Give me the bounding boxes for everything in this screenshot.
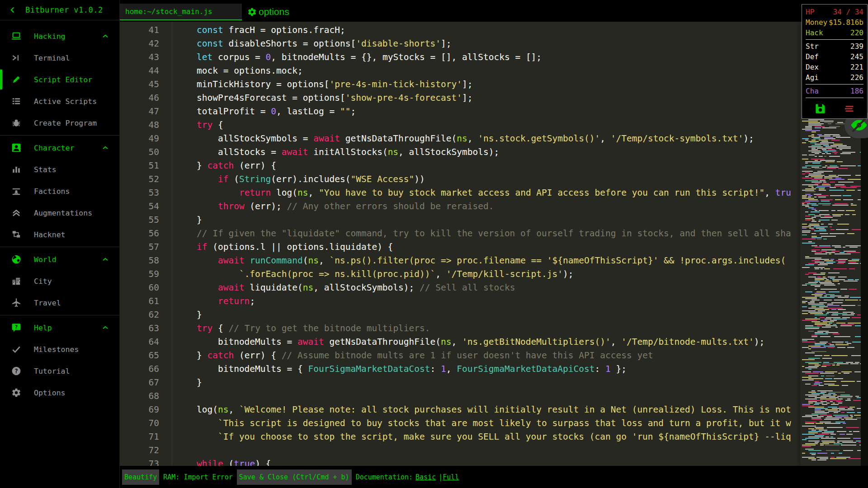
documentation-basic-link[interactable]: Basic [415, 473, 436, 481]
code-token: try [197, 323, 212, 333]
sidebar-section-help[interactable]: ? Help [0, 317, 119, 338]
minimap-line [800, 366, 861, 367]
minimap-line [800, 222, 861, 223]
chevron-up-icon [101, 32, 109, 40]
save-floppy-icon[interactable] [814, 103, 826, 115]
code-editor[interactable]: 41 const fracH = options.fracH;42 const … [120, 22, 868, 466]
code-token: ); [743, 133, 754, 144]
sidebar-item-script-editor[interactable]: Script Editor [0, 69, 119, 90]
minimap-line [800, 149, 861, 150]
code-token: `ns.ps().filter(proc => proc.filename ==… [330, 255, 786, 266]
minimap-line [800, 266, 861, 267]
sidebar-item-travel[interactable]: Travel [0, 292, 119, 314]
terminal-icon [11, 53, 21, 63]
code-token: } [175, 160, 207, 171]
minimap-line [800, 163, 861, 164]
code-line: 65 } catch (err) { // Assume bitnode mul… [120, 349, 800, 362]
sidebar-item-options[interactable]: Options [0, 382, 119, 404]
code-token: catch [207, 160, 234, 171]
minimap-line [800, 175, 861, 176]
code-token: ); [563, 269, 573, 279]
code-line: 53 return log(ns, "You have to buy stock… [120, 186, 800, 200]
agi-label: Agi [806, 72, 819, 83]
minimap-line [800, 228, 861, 229]
open-file-tab[interactable]: home:~/stock_main.js [120, 4, 242, 20]
divider [806, 98, 863, 98]
hp-value: 34 / 34 [833, 7, 863, 17]
code-token: liquidate( [245, 282, 303, 293]
sidebar-item-stats[interactable]: Stats [0, 159, 119, 180]
sidebar-item-hacknet[interactable]: Hacknet [0, 224, 119, 245]
minimap-line [800, 405, 861, 406]
documentation-full-link[interactable]: Full [443, 473, 459, 481]
hack-value: 220 [850, 28, 863, 38]
minimap-line [800, 316, 861, 317]
line-number: 49 [120, 132, 159, 145]
sidebar-section-character[interactable]: Character [0, 137, 119, 159]
sidebar-item-label: Stats [34, 165, 57, 174]
cha-label: Cha [806, 86, 819, 96]
beautify-button[interactable]: Beautify [122, 469, 159, 485]
sidebar-section-hacking[interactable]: Hacking [0, 25, 119, 47]
line-number: 69 [120, 403, 159, 417]
minimap-line [800, 187, 861, 188]
minimap-line [800, 409, 861, 410]
collapse-sidebar-button[interactable] [0, 6, 25, 14]
code-token: await [218, 255, 245, 266]
code-token: await [313, 133, 340, 144]
line-number: 73 [120, 457, 159, 466]
minimap-line [800, 390, 861, 391]
code-line: 69 log(ns, `Welcome! Please note: all st… [120, 403, 800, 417]
minimap-line [800, 179, 861, 180]
code-token: runCommand [250, 255, 302, 266]
code-line: 60 await liquidate(ns, allStockSymbols);… [120, 281, 800, 295]
editor-options-button[interactable]: options [247, 4, 289, 19]
minimap-line [800, 320, 861, 321]
sidebar-item-tutorial[interactable]: ? Tutorial [0, 360, 119, 382]
minimap-line [800, 293, 861, 294]
sidebar-section-world[interactable]: World [0, 249, 119, 270]
sidebar-item-city[interactable]: City [0, 270, 119, 292]
code-token [175, 120, 197, 130]
sidebar-item-active-scripts[interactable]: Active Scripts [0, 90, 119, 112]
minimap-line [800, 430, 861, 431]
line-number: 42 [120, 37, 159, 51]
minimap-line [800, 447, 861, 448]
code-token: : [595, 364, 605, 374]
minimap-line [800, 328, 861, 329]
code-token: 0 [271, 106, 276, 117]
code-token: ns [303, 282, 313, 293]
minimap-line [800, 348, 861, 349]
save-close-button[interactable]: Save & Close (Ctrl/Cmd + b) [237, 469, 352, 485]
minimap-line [800, 150, 861, 151]
check-icon [11, 344, 21, 354]
minimap-line [800, 205, 861, 206]
minimap-line [800, 168, 861, 169]
red-menu-icon[interactable] [843, 103, 855, 115]
minimap-line [800, 358, 861, 359]
def-row: Def 245 [806, 52, 863, 62]
minimap-line [800, 396, 861, 397]
sidebar-item-create-program[interactable]: Create Program [0, 112, 119, 134]
dex-value: 221 [850, 62, 863, 72]
minimap-line [800, 424, 861, 425]
code-token: , allStockSymbols); [313, 282, 420, 293]
code-line: 48 try { [120, 118, 800, 132]
sidebar-item-milestones[interactable]: Milestones [0, 338, 119, 360]
gear-icon [11, 388, 21, 398]
minimap-line [800, 281, 861, 282]
code-token: } [175, 377, 202, 388]
code-token: ) { [255, 459, 271, 466]
minimap-line [800, 375, 861, 376]
minimap-line [800, 256, 861, 257]
code-line: 68 [120, 389, 800, 403]
cha-row: Cha 186 [806, 86, 863, 96]
sidebar-item-augmentations[interactable]: Augmentations [0, 202, 119, 224]
minimap-line [800, 156, 861, 157]
code-area[interactable]: 41 const fracH = options.fracH;42 const … [120, 23, 800, 466]
line-number: 61 [120, 295, 159, 308]
sidebar-item-terminal[interactable]: Terminal [0, 47, 119, 69]
sidebar-item-factions[interactable]: Factions [0, 180, 119, 202]
code-line: 70 `This script is designed to buy stock… [120, 417, 800, 430]
minimap-line [800, 374, 861, 375]
